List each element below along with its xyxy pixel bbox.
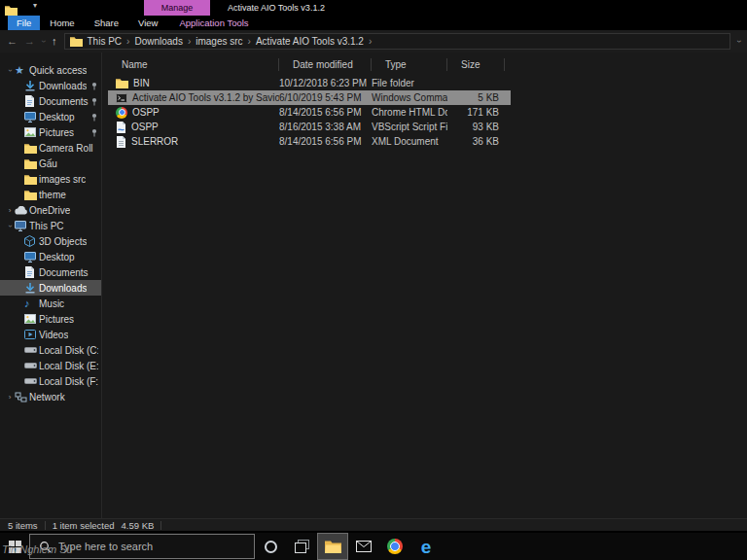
column-headers: NameDate modifiedTypeSize bbox=[102, 56, 747, 73]
ribbon-tab-share[interactable]: Share bbox=[85, 16, 128, 30]
status-divider bbox=[45, 521, 46, 530]
objects-icon bbox=[24, 235, 35, 247]
recent-locations-dropdown-icon[interactable] bbox=[39, 40, 48, 43]
breadcrumb-item-downloads[interactable]: Downloads bbox=[134, 36, 182, 47]
sidebar-item-videos[interactable]: Videos bbox=[0, 327, 101, 342]
sidebar-item-onedrive[interactable]: OneDrive bbox=[0, 202, 101, 218]
chrome-taskbar-button[interactable] bbox=[379, 533, 410, 560]
chevron-right-icon[interactable] bbox=[5, 393, 15, 402]
file-size: 93 KB bbox=[447, 122, 505, 132]
file-date-modified: 6/10/2019 5:43 PM bbox=[279, 92, 372, 103]
back-button[interactable] bbox=[7, 36, 18, 47]
window-title: Activate AIO Tools v3.1.2 bbox=[228, 0, 325, 16]
sidebar-item-theme[interactable]: theme bbox=[0, 187, 101, 202]
file-row-activate-aio-tools-v3-1-2-by-savio[interactable]: Activate AIO Tools v3.1.2 by Savio6/10/2… bbox=[108, 90, 511, 105]
breadcrumb-item-activate-aio-tools-v3-1-2[interactable]: Activate AIO Tools v3.1.2 bbox=[256, 36, 364, 47]
sidebar-item-label: Desktop bbox=[39, 112, 75, 122]
sidebar-item-desktop[interactable]: Desktop bbox=[0, 249, 101, 264]
sidebar-item-this-pc[interactable]: This PC bbox=[0, 218, 101, 233]
file-type: Chrome HTML Do... bbox=[372, 107, 447, 118]
breadcrumb-separator-icon bbox=[248, 36, 251, 47]
chevron-down-icon[interactable] bbox=[5, 222, 15, 230]
sidebar-item-downloads[interactable]: Downloads bbox=[0, 78, 101, 93]
file-row-ospp[interactable]: OSPP8/14/2015 6:56 PMChrome HTML Do...17… bbox=[108, 105, 511, 120]
sidebar-item-quick-access[interactable]: ★Quick access bbox=[0, 62, 101, 78]
sidebar-item-local-disk-e[interactable]: Local Disk (E:) bbox=[0, 358, 101, 373]
watermark-text: Tin Nghiem Su bbox=[2, 543, 73, 555]
folder-icon bbox=[24, 174, 37, 185]
file-rows: BIN10/12/2018 6:23 PMFile folderActivate… bbox=[102, 76, 747, 149]
sidebar-item-downloads[interactable]: Downloads bbox=[0, 280, 101, 296]
file-type: Windows Comma... bbox=[372, 92, 447, 103]
sidebar-item-g-u[interactable]: Gấu bbox=[0, 156, 101, 171]
sidebar-item-label: Local Disk (E:) bbox=[39, 361, 98, 371]
xml-icon bbox=[116, 136, 126, 148]
sidebar-item-pictures[interactable]: Pictures bbox=[0, 124, 101, 140]
cmd-icon bbox=[116, 93, 127, 103]
task-view-button[interactable] bbox=[286, 533, 317, 560]
sidebar-item-label: Quick access bbox=[29, 65, 87, 76]
sidebar-item-local-disk-c[interactable]: Local Disk (C:) bbox=[0, 342, 101, 358]
pc-icon bbox=[15, 221, 26, 231]
up-button[interactable] bbox=[52, 36, 57, 47]
chevron-down-icon[interactable] bbox=[5, 66, 15, 75]
sidebar-item-network[interactable]: Network bbox=[0, 389, 101, 404]
pin-icon bbox=[90, 128, 98, 137]
file-date-modified: 10/12/2018 6:23 PM bbox=[279, 78, 372, 88]
file-size: 5 KB bbox=[447, 92, 505, 103]
sidebar-item-documents[interactable]: Documents bbox=[0, 264, 101, 280]
breadcrumb-separator-icon[interactable] bbox=[369, 36, 372, 47]
sidebar-item-images-src[interactable]: images src bbox=[0, 171, 101, 187]
sidebar-item-local-disk-f[interactable]: Local Disk (F:) bbox=[0, 373, 101, 389]
sidebar-item-label: Local Disk (F:) bbox=[39, 376, 98, 387]
column-header-type[interactable]: Type bbox=[372, 58, 447, 71]
chrome-icon bbox=[116, 107, 127, 119]
ribbon-tab-home[interactable]: Home bbox=[40, 16, 84, 30]
mail-taskbar-button[interactable] bbox=[348, 533, 379, 560]
sidebar-item-label: Gấu bbox=[39, 158, 57, 169]
contextual-tab-manage[interactable]: Manage bbox=[144, 0, 210, 16]
sidebar-item-label: OneDrive bbox=[29, 205, 70, 216]
file-date-modified: 8/16/2015 3:38 AM bbox=[279, 122, 372, 132]
sidebar-item-music[interactable]: ♪Music bbox=[0, 296, 101, 311]
breadcrumb-item-this-pc[interactable]: This PC bbox=[88, 36, 123, 47]
breadcrumb[interactable]: This PCDownloadsimages srcActivate AIO T… bbox=[64, 33, 731, 50]
forward-button[interactable] bbox=[24, 36, 35, 47]
window-folder-icon bbox=[5, 2, 18, 19]
sidebar-item-documents[interactable]: Documents bbox=[0, 93, 101, 109]
chevron-right-icon[interactable] bbox=[5, 206, 15, 215]
main-area: ★Quick accessDownloadsDocumentsDesktopPi… bbox=[0, 52, 747, 518]
address-dropdown-icon[interactable] bbox=[734, 40, 743, 43]
sidebar-item-label: Videos bbox=[39, 330, 68, 340]
quick-access-toolbar-arrow-icon[interactable] bbox=[33, 1, 37, 10]
sidebar-item-desktop[interactable]: Desktop bbox=[0, 109, 101, 124]
ribbon-tab-view[interactable]: View bbox=[128, 16, 167, 30]
download-icon bbox=[24, 80, 36, 91]
videos-icon bbox=[24, 330, 36, 339]
breadcrumb-item-images-src[interactable]: images src bbox=[196, 36, 242, 47]
column-header-name[interactable]: Name bbox=[108, 58, 279, 71]
breadcrumb-separator-icon bbox=[188, 36, 191, 47]
edge-taskbar-button[interactable] bbox=[410, 533, 442, 560]
file-explorer-taskbar-button[interactable] bbox=[317, 533, 348, 560]
file-row-bin[interactable]: BIN10/12/2018 6:23 PMFile folder bbox=[108, 76, 511, 90]
folder-icon bbox=[24, 158, 37, 169]
search-input[interactable] bbox=[58, 541, 245, 552]
file-row-ospp[interactable]: OSPP8/16/2015 3:38 AMVBScript Script Fil… bbox=[108, 120, 511, 134]
vbs-icon bbox=[116, 122, 126, 133]
pictures-icon bbox=[24, 127, 36, 137]
sidebar-item-pictures[interactable]: Pictures bbox=[0, 311, 101, 327]
sidebar-item-camera-roll[interactable]: Camera Roll bbox=[0, 140, 101, 156]
sidebar-item-label: theme bbox=[39, 190, 66, 200]
task-view-icon bbox=[295, 540, 309, 553]
cloud-icon bbox=[15, 206, 28, 215]
sidebar-item-3d-objects[interactable]: 3D Objects bbox=[0, 233, 101, 249]
ribbon-tab-application-tools[interactable]: Application Tools bbox=[169, 16, 258, 30]
cortana-button[interactable] bbox=[255, 533, 286, 560]
file-name: BIN bbox=[133, 78, 150, 88]
column-header-size[interactable]: Size bbox=[447, 58, 505, 71]
column-header-date-modified[interactable]: Date modified bbox=[279, 58, 372, 71]
chrome-icon bbox=[387, 539, 403, 554]
titlebar: Manage Activate AIO Tools v3.1.2 bbox=[0, 0, 747, 16]
file-row-slerror[interactable]: SLERROR8/14/2015 6:56 PMXML Document36 K… bbox=[108, 134, 511, 149]
